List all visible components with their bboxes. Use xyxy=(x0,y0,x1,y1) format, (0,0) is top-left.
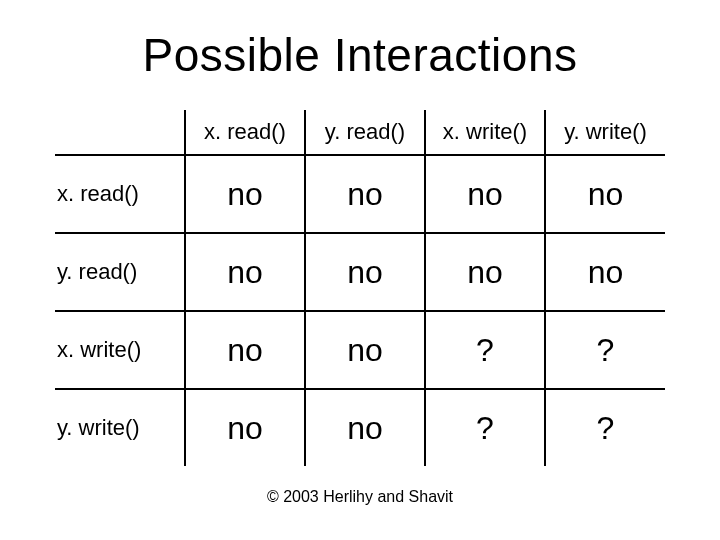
cell: no xyxy=(545,155,665,233)
cell: ? xyxy=(545,311,665,389)
interactions-table: x. read() y. read() x. write() y. write(… xyxy=(55,110,665,466)
row-header: y. write() xyxy=(55,389,185,466)
cell: no xyxy=(305,389,425,466)
cell: ? xyxy=(425,389,545,466)
cell: ? xyxy=(545,389,665,466)
row-header: y. read() xyxy=(55,233,185,311)
cell: no xyxy=(545,233,665,311)
table-corner xyxy=(55,110,185,155)
col-header: y. read() xyxy=(305,110,425,155)
cell: no xyxy=(305,311,425,389)
table-row: x. read() no no no no xyxy=(55,155,665,233)
page-title: Possible Interactions xyxy=(40,28,680,82)
table-row: x. write() no no ? ? xyxy=(55,311,665,389)
slide: Possible Interactions x. read() y. read(… xyxy=(0,0,720,540)
row-header: x. write() xyxy=(55,311,185,389)
cell: no xyxy=(185,389,305,466)
table-header-row: x. read() y. read() x. write() y. write(… xyxy=(55,110,665,155)
table-row: y. write() no no ? ? xyxy=(55,389,665,466)
cell: no xyxy=(185,233,305,311)
col-header: x. write() xyxy=(425,110,545,155)
cell: no xyxy=(185,155,305,233)
col-header: y. write() xyxy=(545,110,665,155)
cell: no xyxy=(425,155,545,233)
cell: no xyxy=(305,155,425,233)
table-row: y. read() no no no no xyxy=(55,233,665,311)
col-header: x. read() xyxy=(185,110,305,155)
cell: ? xyxy=(425,311,545,389)
cell: no xyxy=(185,311,305,389)
cell: no xyxy=(305,233,425,311)
copyright-footer: © 2003 Herlihy and Shavit xyxy=(0,488,720,506)
row-header: x. read() xyxy=(55,155,185,233)
cell: no xyxy=(425,233,545,311)
